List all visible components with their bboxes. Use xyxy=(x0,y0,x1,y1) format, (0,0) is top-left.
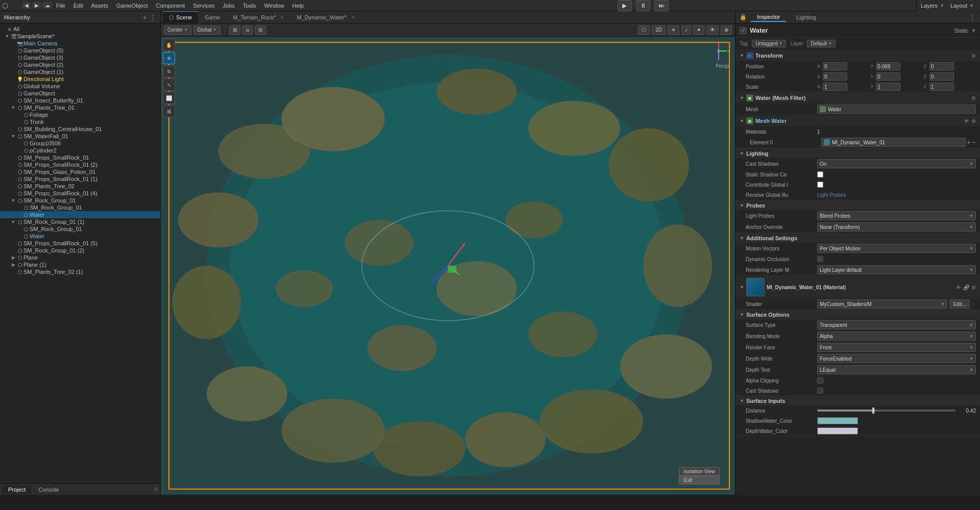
hierarchy-item[interactable]: ⬡ Water xyxy=(0,233,160,240)
hierarchy-item[interactable]: ⬡ pCylinder2 xyxy=(0,147,160,154)
back-btn[interactable]: ◀ xyxy=(22,2,31,9)
align-btn[interactable]: ⊟ xyxy=(255,26,266,35)
hierarchy-item[interactable]: ⬡ SM_Rock_Group_01 xyxy=(0,225,160,233)
hierarchy-item[interactable]: ⬡ GameObject (3) xyxy=(0,54,160,61)
rendering-layer-dropdown[interactable]: Light Layer default ▼ xyxy=(817,265,976,274)
isolation-exit-btn[interactable]: Exit xyxy=(679,476,720,484)
depth-write-dropdown[interactable]: ForceEnabled ▼ xyxy=(817,354,976,363)
rot-z-input[interactable] xyxy=(929,72,954,81)
hierarchy-item[interactable]: ⬡ Water xyxy=(0,211,160,218)
menu-help[interactable]: Help xyxy=(288,3,308,9)
layer-dropdown[interactable]: Default ▼ xyxy=(807,40,836,47)
cast-shadows-dropdown[interactable]: On ▼ xyxy=(817,159,976,168)
hierarchy-item[interactable]: ⬡ SM_Insect_Butterfly_01 xyxy=(0,97,160,104)
menu-assets[interactable]: Assets xyxy=(87,3,112,9)
mat-link-icon[interactable]: 🔗 xyxy=(963,285,969,290)
cloud-btn[interactable]: ☁ xyxy=(43,2,52,9)
hier-arrow[interactable]: ▼ xyxy=(10,198,16,203)
tag-dropdown[interactable]: Untagged ▼ xyxy=(752,40,786,47)
grid-btn[interactable]: ⊞ xyxy=(229,26,240,35)
menu-gameobject[interactable]: GameObject xyxy=(112,3,152,9)
surface-inputs-header[interactable]: ▼ Surface Inputs xyxy=(736,396,980,405)
rot-x-input[interactable] xyxy=(823,72,847,81)
static-shadow-checkbox[interactable] xyxy=(817,171,823,177)
hierarchy-item[interactable]: ⬡ SM_Props_SmallRock_01 (1) xyxy=(0,175,160,183)
menu-jobs[interactable]: Jobs xyxy=(219,3,239,9)
pos-z-input[interactable] xyxy=(929,62,954,70)
scale-x-input[interactable] xyxy=(823,83,847,91)
depth-color-swatch[interactable] xyxy=(817,427,858,435)
hierarchy-item[interactable]: ⬡ GameObject (5) xyxy=(0,47,160,54)
hierarchy-item[interactable]: ⬡ SM_Props_SmallRock_01 (4) xyxy=(0,190,160,197)
contribute-checkbox[interactable] xyxy=(817,182,823,188)
element0-add-btn[interactable]: + xyxy=(967,138,971,146)
hierarchy-item[interactable]: ⬡ SM_Plants_Tree_02 (1) xyxy=(0,268,160,275)
hierarchy-item[interactable]: ⬡ Global Volume xyxy=(0,83,160,90)
hand-tool[interactable]: ✋ xyxy=(163,39,175,51)
hierarchy-item[interactable]: ▼ ⬡ SM_Plants_Tree_01 xyxy=(0,104,160,111)
hierarchy-item[interactable]: ⬡ SM_Props_Glass_Potion_01 xyxy=(0,168,160,175)
element0-remove-btn[interactable]: − xyxy=(972,138,976,146)
hierarchy-item[interactable]: ⬡ Foliage xyxy=(0,111,160,118)
hierarchy-item[interactable]: ⬡ SM_Rock_Group_01 (2) xyxy=(0,247,160,254)
probes-header[interactable]: ▼ Probes xyxy=(736,200,980,210)
pos-x-input[interactable] xyxy=(823,62,847,70)
menu-component[interactable]: Component xyxy=(152,3,189,9)
mesh-value-ref[interactable]: Water xyxy=(817,105,976,114)
hierarchy-add-btn[interactable]: + xyxy=(143,13,147,21)
mesh-renderer-header[interactable]: ▼ ▣ Mesh Water 👁 ⚙ xyxy=(736,115,980,126)
scale-tool[interactable]: ⤡ xyxy=(163,79,175,91)
snap-btn[interactable]: ⧈ xyxy=(242,26,253,35)
scale-z-input[interactable] xyxy=(929,83,954,91)
menu-services[interactable]: Services xyxy=(189,3,218,9)
light-probes-dropdown[interactable]: Blend Probes ▼ xyxy=(817,211,976,220)
hier-arrow[interactable]: ▶ xyxy=(10,262,16,267)
hier-arrow[interactable]: ▼ xyxy=(10,105,16,110)
step-button[interactable]: ⏭ xyxy=(654,0,669,11)
scene-vis-toggle[interactable]: 👁 xyxy=(706,26,719,35)
lighting-toggle[interactable]: ☀ xyxy=(668,26,679,35)
hierarchy-item[interactable]: ⬡ Group10506 xyxy=(0,140,160,147)
fwd-btn[interactable]: ▶ xyxy=(33,2,41,9)
hierarchy-item[interactable]: ≡ All xyxy=(0,26,160,33)
hierarchy-item[interactable]: ▼ ⬡ SM_WaterFall_01 xyxy=(0,133,160,140)
mr-eye-icon[interactable]: 👁 xyxy=(964,118,969,124)
hier-arrow[interactable]: ▼ xyxy=(10,134,16,139)
pos-y-input[interactable] xyxy=(876,62,900,70)
shader-dropdown[interactable]: MyCustom_Shaders/M ▼ xyxy=(817,299,947,309)
audio-toggle[interactable]: ♪ xyxy=(681,26,691,35)
mat-settings-icon[interactable]: ⚙ xyxy=(971,285,976,290)
pause-button[interactable]: ⏸ xyxy=(636,0,650,11)
distance-slider-thumb[interactable] xyxy=(872,407,874,414)
layout-button[interactable]: Layout xyxy=(950,3,967,9)
render-face-dropdown[interactable]: Front ▼ xyxy=(817,343,976,352)
inspector-menu-btn[interactable]: ⋮ xyxy=(969,13,976,21)
surface-type-dropdown[interactable]: Transparent ▼ xyxy=(817,320,976,329)
tab-scene[interactable]: ⬡ Scene xyxy=(163,11,199,23)
hierarchy-item[interactable]: ▶ ⬡ Plane xyxy=(0,254,160,261)
terrain-rock-close[interactable]: ✕ xyxy=(280,15,284,20)
hierarchy-item[interactable]: 📷 Main Camera xyxy=(0,40,160,47)
hierarchy-item[interactable]: ▼ 🎬 SampleScene* xyxy=(0,33,160,40)
bottom-bar-settings[interactable]: ⚙ xyxy=(154,487,158,492)
rot-y-input[interactable] xyxy=(876,72,900,81)
play-button[interactable]: ▶ xyxy=(618,0,632,11)
hierarchy-item[interactable]: ▶ ⬡ Plane (1) xyxy=(0,261,160,268)
mesh-filter-settings-icon[interactable]: ⚙ xyxy=(971,95,976,101)
scale-y-input[interactable] xyxy=(876,83,900,91)
shader-extra-btn[interactable]: ⋮ xyxy=(971,301,976,307)
hier-arrow[interactable]: ▼ xyxy=(4,34,10,39)
hierarchy-item[interactable]: ▼ ⬡ SM_Rock_Group_01 (1) xyxy=(0,218,160,225)
additional-header[interactable]: ▼ Additional Settings xyxy=(736,233,980,243)
blending-dropdown[interactable]: Alpha ▼ xyxy=(817,332,976,341)
hierarchy-item[interactable]: ⬡ SM_Props_SmallRock_01 (5) xyxy=(0,240,160,247)
hierarchy-item[interactable]: ⬡ SM_Building_CentralHouse_01 xyxy=(0,125,160,133)
static-arrow[interactable]: ▼ xyxy=(971,28,976,33)
anchor-dropdown[interactable]: None (Transform) ▼ xyxy=(817,222,976,232)
lighting-header[interactable]: ▼ Lighting xyxy=(736,148,980,158)
tab-terrain-rock[interactable]: M_Terrain_Rock* ✕ xyxy=(227,11,290,23)
shallow-color-swatch[interactable] xyxy=(817,417,858,424)
surface-options-header[interactable]: ▼ Surface Options xyxy=(736,310,980,319)
alpha-clipping-checkbox[interactable] xyxy=(817,377,823,384)
hierarchy-item[interactable]: ⬡ Trunk xyxy=(0,118,160,125)
